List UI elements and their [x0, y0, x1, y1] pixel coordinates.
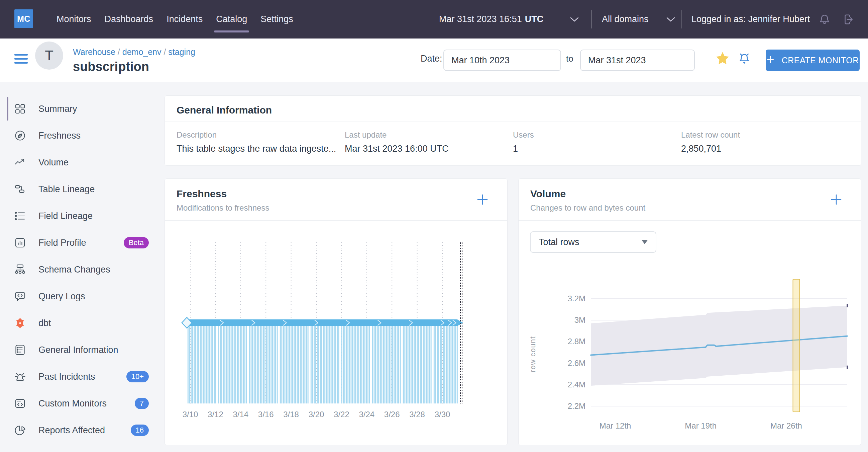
dbt-icon [14, 317, 26, 329]
sidebar-item-schema-changes[interactable]: Schema Changes [0, 256, 160, 283]
domain-selector[interactable]: All domains [602, 0, 649, 38]
sidebar-item-general-information[interactable]: General Information [0, 337, 160, 363]
freshness-card-subtitle: Modifications to freshness [177, 203, 496, 213]
volume-card: Volume Changes to row and bytes count 3.… [518, 178, 861, 445]
breadcrumb-separator: / [161, 47, 168, 57]
sidebar-item-reports-affected[interactable]: Reports Affected16 [0, 417, 160, 444]
sidebar-nav: SummaryFreshnessVolumeTable LineageField… [0, 95, 160, 444]
date-range-label: Date: [421, 54, 442, 64]
sidebar-item-dbt[interactable]: dbt [0, 310, 160, 337]
sidebar-item-label: General Information [38, 345, 118, 355]
chevron-down-icon[interactable] [666, 17, 675, 22]
query-logs-icon [14, 290, 26, 302]
volume-metric-select[interactable]: Total rows [530, 231, 656, 253]
sidebar-item-label: Schema Changes [38, 264, 110, 275]
sidebar-item-label: Reports Affected [38, 425, 105, 435]
datetime-selector[interactable]: Mar 31st 2023 16:51 UTC [439, 0, 543, 38]
notification-bell-icon[interactable] [737, 51, 751, 65]
breadcrumb-separator: / [115, 47, 122, 57]
svg-text:3/30: 3/30 [435, 410, 451, 419]
table-avatar: T [35, 41, 63, 69]
nav-item-monitors[interactable]: Monitors [57, 0, 91, 38]
sidebar-item-label: Past Incidents [38, 372, 95, 382]
timezone-text: UTC [525, 14, 544, 24]
svg-text:3/20: 3/20 [309, 410, 324, 419]
grid-icon [14, 103, 26, 115]
svg-text:3/26: 3/26 [384, 410, 400, 419]
freshness-card: Freshness Modifications to freshness 3/1… [164, 178, 507, 445]
breadcrumb-link-warehouse[interactable]: Warehouse [73, 47, 115, 57]
create-monitor-button[interactable]: + CREATE MONITOR [766, 50, 860, 71]
add-volume-monitor-icon[interactable] [830, 193, 843, 206]
sidebar-item-field-profile[interactable]: Field ProfileBeta [0, 229, 160, 256]
app-logo[interactable]: MC [14, 9, 33, 28]
general-information-card: General Information DescriptionThis tabl… [164, 95, 861, 166]
sidebar-item-label: Field Profile [38, 238, 86, 248]
freshness-chart: 3/103/123/143/163/183/203/223/243/263/28… [165, 220, 508, 445]
date-from-input[interactable]: Mar 10th 2023 [443, 50, 561, 71]
field-lineage-icon [14, 210, 26, 222]
info-field-value: 2,850,701 [681, 144, 849, 154]
nav-item-settings[interactable]: Settings [260, 0, 293, 38]
favorite-star-icon[interactable] [716, 51, 730, 65]
nav-item-dashboards[interactable]: Dashboards [105, 0, 153, 38]
svg-text:2.4M: 2.4M [568, 380, 586, 389]
svg-text:2.2M: 2.2M [568, 401, 586, 411]
sidebar-item-field-lineage[interactable]: Field Lineage [0, 203, 160, 229]
sidebar-item-freshness[interactable]: Freshness [0, 122, 160, 149]
nav-divider [591, 10, 592, 28]
sidebar-item-table-lineage[interactable]: Table Lineage [0, 176, 160, 203]
nav-item-incidents[interactable]: Incidents [166, 0, 203, 38]
app-root: MC MonitorsDashboardsIncidentsCatalogSet… [0, 0, 868, 452]
info-field-label: Latest row count [681, 130, 849, 140]
svg-text:2.8M: 2.8M [568, 337, 586, 346]
general-information-icon [14, 344, 26, 356]
volume-icon [14, 157, 26, 168]
svg-text:3/10: 3/10 [183, 410, 198, 419]
breadcrumb-link-demo-env[interactable]: demo_env [122, 47, 161, 57]
date-to-input[interactable]: Mar 31st 2023 [580, 50, 695, 71]
general-information-fields: DescriptionThis table stages the raw dat… [165, 121, 861, 163]
hamburger-menu-icon[interactable] [14, 54, 28, 66]
sidebar-item-past-incidents[interactable]: Past Incidents10+ [0, 363, 160, 390]
logged-in-user-label: Logged in as: Jennifer Hubert [691, 0, 810, 38]
page-header: T Warehouse / demo_env / staging subscri… [0, 38, 868, 82]
chevron-down-icon[interactable] [570, 17, 579, 22]
add-freshness-monitor-icon[interactable] [476, 193, 489, 206]
reports-affected-icon [14, 424, 26, 436]
sidebar-item-label: Table Lineage [38, 184, 95, 195]
table-lineage-icon [14, 183, 26, 195]
page-title: subscription [73, 60, 195, 74]
schema-changes-icon [14, 263, 26, 276]
volume-chart: 3.2M3M2.8M2.6M2.4M2.2Mrow countMar 12thM… [519, 220, 862, 445]
sidebar-item-label: Field Lineage [38, 211, 93, 221]
logout-icon[interactable] [842, 13, 855, 26]
sidebar-item-label: Custom Monitors [38, 398, 107, 409]
nav-item-catalog[interactable]: Catalog [216, 0, 247, 38]
svg-text:3/18: 3/18 [283, 410, 299, 419]
dropdown-caret-icon [642, 240, 648, 244]
sidebar-item-label: Summary [38, 104, 77, 114]
svg-text:row count: row count [529, 336, 537, 373]
sidebar-badge: 7 [135, 398, 149, 409]
sidebar-item-volume[interactable]: Volume [0, 149, 160, 176]
info-field-label: Users [513, 130, 681, 140]
datetime-text: Mar 31st 2023 16:51 [439, 14, 522, 24]
custom-monitors-icon [14, 397, 26, 409]
bell-icon[interactable] [818, 13, 831, 26]
breadcrumb-link-staging[interactable]: staging [168, 47, 195, 57]
info-field-latest-row-count: Latest row count2,850,701 [681, 130, 849, 154]
sidebar-item-custom-monitors[interactable]: Custom Monitors7 [0, 390, 160, 417]
info-field-value: Mar 31st 2023 16:00 UTC [345, 144, 513, 154]
info-field-label: Description [177, 130, 345, 140]
svg-text:3.2M: 3.2M [568, 294, 586, 303]
svg-text:Mar 26th: Mar 26th [770, 421, 802, 430]
sidebar-item-summary[interactable]: Summary [0, 95, 160, 122]
sidebar-badge: 16 [131, 425, 149, 436]
svg-text:3/14: 3/14 [233, 410, 248, 419]
sidebar-item-query-logs[interactable]: Query Logs [0, 283, 160, 310]
svg-text:Mar 19th: Mar 19th [685, 421, 716, 430]
sidebar-item-label: dbt [38, 318, 51, 329]
freshness-icon [14, 130, 26, 142]
info-field-value: This table stages the raw data ingeste..… [177, 144, 345, 154]
